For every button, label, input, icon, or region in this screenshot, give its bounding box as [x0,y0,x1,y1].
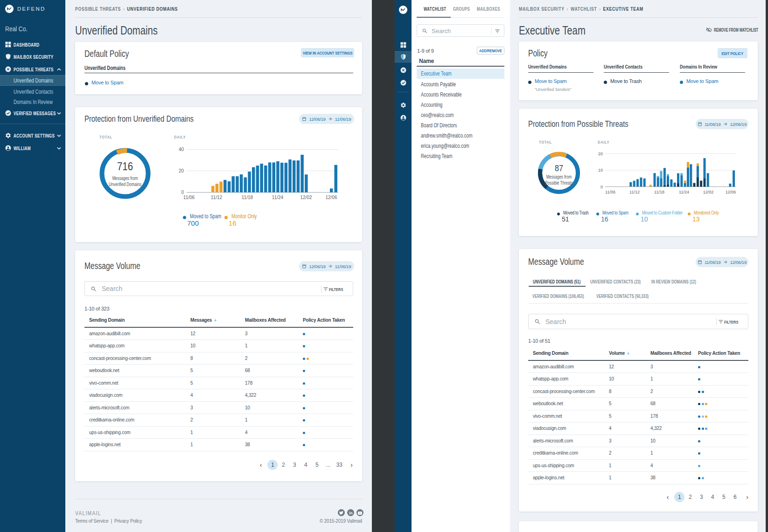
svg-text:11/18: 11/18 [242,195,253,200]
svg-text:11/24: 11/24 [679,190,689,194]
svg-text:10: 10 [598,168,603,173]
svg-text:0: 0 [600,185,603,189]
svg-text:11/06: 11/06 [183,195,195,200]
svg-text:11/18: 11/18 [654,190,664,194]
svg-text:12/06: 12/06 [325,195,337,200]
svg-text:11/12: 11/12 [629,190,640,194]
svg-text:20: 20 [598,152,603,156]
svg-text:12/06: 12/06 [726,190,736,194]
svg-text:11/24: 11/24 [272,195,284,200]
svg-text:12/02: 12/02 [300,195,312,200]
svg-text:40: 40 [179,147,184,152]
svg-text:11/06: 11/06 [605,190,615,194]
svg-text:20: 20 [179,168,184,173]
svg-text:12/02: 12/02 [703,190,714,194]
svg-text:0: 0 [181,190,184,195]
svg-text:11/12: 11/12 [211,195,223,200]
